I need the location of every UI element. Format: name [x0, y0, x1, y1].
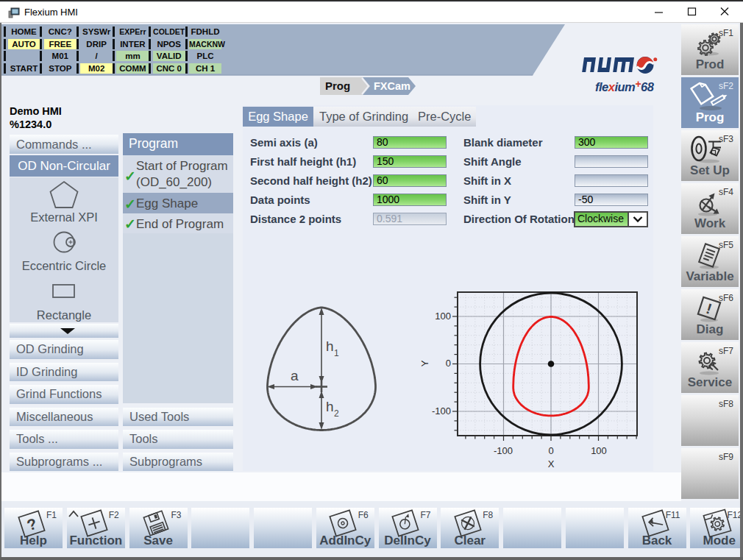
svg-text:0: 0	[548, 445, 553, 456]
svg-text:0: 0	[446, 358, 451, 369]
svg-text:Prog: Prog	[325, 79, 350, 92]
svg-text:FXCam: FXCam	[374, 80, 410, 92]
svg-text:1: 1	[334, 348, 339, 358]
svg-text:h: h	[326, 399, 334, 414]
svg-text:flexium+68: flexium+68	[595, 78, 655, 93]
svg-text:X: X	[548, 458, 555, 469]
svg-text:100: 100	[591, 445, 607, 456]
svg-text:2: 2	[334, 408, 339, 419]
svg-text:Y: Y	[419, 360, 430, 366]
svg-text:!: !	[704, 300, 714, 317]
svg-text:-100: -100	[432, 405, 451, 417]
svg-text:a: a	[291, 368, 299, 383]
svg-text:-100: -100	[494, 445, 513, 456]
svg-text:?: ?	[25, 515, 39, 534]
svg-text:100: 100	[435, 311, 451, 322]
svg-text:h: h	[326, 339, 334, 354]
